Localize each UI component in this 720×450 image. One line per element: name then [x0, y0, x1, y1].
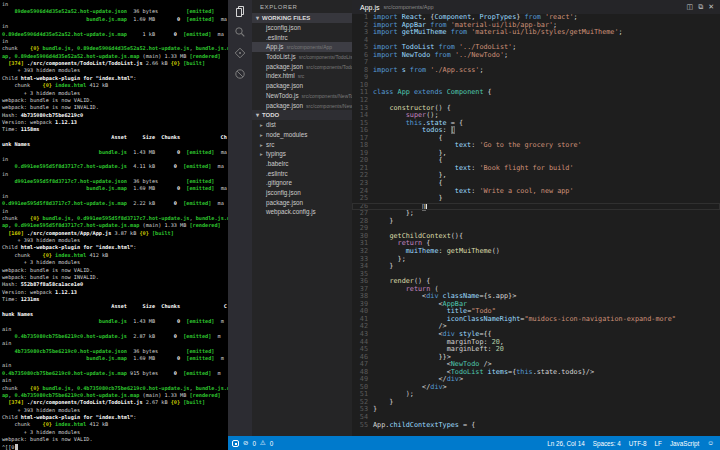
terminal-line: bundle.js.map 1.69 MB 0 [emitted] ma: [2, 185, 228, 192]
working-files-header[interactable]: ▾WORKING FILES: [252, 13, 352, 23]
terminal-line: in: [2, 208, 228, 215]
terminal-line: Version: webpack 1.12.13: [2, 119, 228, 126]
terminal-line: webpack: bundle is now VALID.: [2, 436, 228, 443]
terminal-line: 0.d991ee595d5f8d3717c7.hot-update.js.map…: [2, 200, 228, 207]
working-file-item[interactable]: index.htmlsrc: [252, 71, 352, 81]
terminal-line: bundle.js 1.43 MB 0 [emitted] m: [2, 318, 228, 325]
editor: App.js src/components/App ◫ ⧉ ✕ 1import …: [352, 0, 720, 436]
code-line[interactable]: 27 };: [352, 210, 720, 218]
tree-file-item[interactable]: .eslintrc: [252, 169, 352, 179]
text-cursor: [426, 203, 427, 210]
terminal-window[interactable]: in 89dee5906d4d35e52a52.hot-update.json …: [0, 0, 228, 450]
code-line[interactable]: 25 }: [352, 195, 720, 203]
eol[interactable]: LF: [655, 440, 662, 447]
tree-file-item[interactable]: jsconfig.json: [252, 188, 352, 198]
explorer-sidebar: EXPLORER ▾WORKING FILES jsconfig.json.es…: [252, 0, 352, 436]
terminal-line: chunk {0} index.html 412 kB: [2, 82, 228, 89]
feedback-smiley-icon[interactable]: ☺: [707, 436, 714, 450]
code-line[interactable]: 3import getMuiTheme from 'material-ui/li…: [352, 29, 720, 37]
terminal-line: hunk Names: [2, 311, 228, 318]
working-file-item[interactable]: App.jssrc/components/App: [252, 42, 352, 52]
activity-bar: [228, 0, 252, 436]
tree-folder-item[interactable]: ▸node_modules: [252, 130, 352, 140]
cursor-position[interactable]: Ln 26, Col 14: [547, 440, 584, 447]
terminal-line: [160] ./src/components/App/App.js 3.87 k…: [2, 230, 228, 237]
side-by-side-icon[interactable]: ⧉: [698, 3, 703, 11]
terminal-line: ap, 0.89dee5906d4d35e52a52.hot-update.js…: [2, 53, 228, 60]
line-number: 6: [352, 52, 373, 60]
terminal-line: 0.d991ee595d5f8d3717c7.hot-update.js 4.1…: [2, 163, 228, 170]
indentation[interactable]: Spaces: 4: [593, 440, 621, 447]
tree-file-item[interactable]: package.json: [252, 198, 352, 208]
debug-icon[interactable]: [228, 63, 252, 84]
terminal-line: chunk {0} bundle.js, 0.d991ee595d5f8d371…: [2, 215, 228, 222]
tree-file-item[interactable]: .babelrc: [252, 159, 352, 169]
terminal-line: in: [2, 1, 228, 8]
working-file-item[interactable]: package.jsonsrc/components/NewT...: [252, 101, 352, 111]
working-file-item[interactable]: package.json: [252, 81, 352, 91]
line-number: 1: [352, 14, 373, 22]
code-line[interactable]: 32 muiTheme: getMuiTheme(): [352, 248, 720, 256]
terminal-line: Hash: 552b87f8a58ca1ace1e0: [2, 281, 228, 288]
git-icon[interactable]: [228, 42, 252, 63]
terminal-line: webpack: bundle is now INVALID.: [2, 104, 228, 111]
terminal-line: bundle.js.map 1.69 MB 0 [emitted] m: [2, 355, 228, 362]
terminal-line: Version: webpack 1.12.13: [2, 289, 228, 296]
terminal-line: 89dee5906d4d35e52a52.hot-update.json 36 …: [2, 8, 228, 15]
terminal-line: Child html-webpack-plugin for "index.htm…: [2, 75, 228, 82]
errors-count[interactable]: 0: [252, 440, 256, 447]
warnings-icon[interactable]: ⚠: [260, 436, 266, 450]
code-line[interactable]: 55App.childContextTypes = {: [352, 422, 720, 430]
terminal-line: Child html-webpack-plugin for "index.htm…: [2, 414, 228, 421]
code-area[interactable]: 1import React, {Component, PropTypes} fr…: [352, 14, 720, 436]
line-number: 5: [352, 44, 373, 52]
terminal-line: Asset Size Chunks C: [2, 303, 228, 310]
tree-file-item[interactable]: .gitignore: [252, 178, 352, 188]
terminal-line: 0.4b735080cb75be6219c0.hot-update.js 2.8…: [2, 333, 228, 340]
close-icon[interactable]: ✕: [708, 3, 714, 11]
tree-file-item[interactable]: webpack.config.js: [252, 207, 352, 217]
terminal-line: chunk {0} index.html 412 kB: [2, 252, 228, 259]
tree-folder-item[interactable]: ▸src: [252, 140, 352, 150]
code-line[interactable]: 33 };: [352, 256, 720, 264]
working-files-list: jsconfig.json.eslintrcApp.jssrc/componen…: [252, 23, 352, 110]
terminal-line: + 393 hidden modules: [2, 407, 228, 414]
code-line[interactable]: 8import s from './App.scss';: [352, 67, 720, 75]
encoding[interactable]: UTF-8: [629, 440, 647, 447]
status-square-icon[interactable]: [232, 440, 239, 447]
tab-filename[interactable]: App.js: [360, 4, 379, 11]
working-file-item[interactable]: jsconfig.json: [252, 23, 352, 33]
code-line[interactable]: 28 }: [352, 218, 720, 226]
working-file-item[interactable]: TodoList.jssrc/components/TodoList: [252, 52, 352, 62]
code-line[interactable]: 53}: [352, 406, 720, 414]
terminal-line: in: [2, 193, 228, 200]
line-number: 7: [352, 59, 373, 67]
explorer-title: EXPLORER: [252, 0, 352, 13]
tree-folder-item[interactable]: ▸typings: [252, 149, 352, 159]
working-file-item[interactable]: NewTodo.jssrc/components/NewTodo: [252, 91, 352, 101]
search-icon[interactable]: [228, 21, 252, 42]
code-line[interactable]: 6import NewTodo from '../NewTodo';: [352, 52, 720, 60]
split-editor-icon[interactable]: ◫: [687, 3, 694, 11]
warnings-count[interactable]: 0: [270, 440, 274, 447]
terminal-line: + 3 hidden modules: [2, 259, 228, 266]
code-line[interactable]: 52 }: [352, 399, 720, 407]
terminal-line: ain: [2, 377, 228, 384]
code-line[interactable]: 51 );: [352, 391, 720, 399]
explorer-icon[interactable]: [228, 0, 252, 21]
language-mode[interactable]: JavaScript: [670, 440, 699, 447]
screen: in 89dee5906d4d35e52a52.hot-update.json …: [0, 0, 720, 450]
code-line[interactable]: 9: [352, 74, 720, 82]
working-file-item[interactable]: .eslintrc: [252, 33, 352, 43]
terminal-line: + 3 hidden modules: [2, 90, 228, 97]
terminal-line: in: [2, 23, 228, 30]
code-line[interactable]: 34 }: [352, 263, 720, 271]
terminal-line: + 393 hidden modules: [2, 237, 228, 244]
tree-folder-item[interactable]: ▸dist: [252, 120, 352, 130]
terminal-line: Time: 1231ms: [2, 296, 228, 303]
working-file-item[interactable]: package.jsonsrc/components/TodoList: [252, 62, 352, 72]
folder-tree: ▸dist▸node_modules▸src▸typings.babelrc.e…: [252, 120, 352, 217]
code-line[interactable]: 11class App extends Component {: [352, 89, 720, 97]
folder-header[interactable]: ▾TODO: [252, 110, 352, 120]
errors-icon[interactable]: ⊘: [243, 436, 248, 450]
